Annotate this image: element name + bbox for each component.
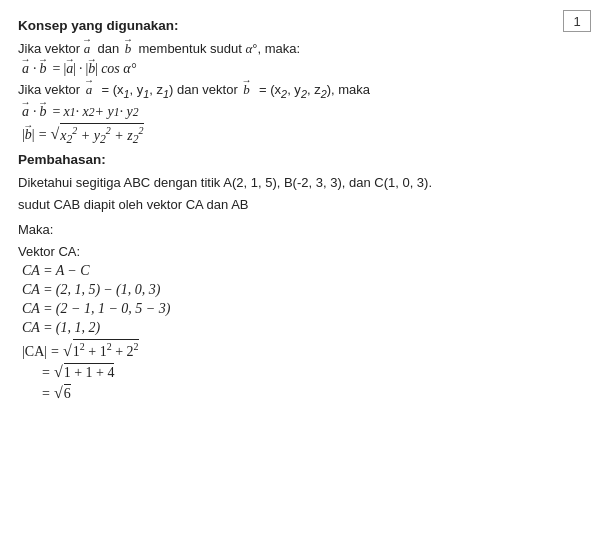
discussion-line2: sudut CAB diapit oleh vektor CA dan AB (18, 195, 577, 216)
page-container: 1 Konsep yang digunakan: Jika vektor a→ … (0, 0, 601, 534)
magnitude-formula: | b→ | = √x22 + y22 + z22 (22, 123, 577, 146)
concept-title: Konsep yang digunakan: (18, 18, 577, 33)
ca-eq2: CA = (2, 1, 5) − (1, 0, 3) (22, 282, 577, 298)
vector-ca-label: Vektor CA: (18, 242, 577, 263)
concept-line2: Jika vektor a→ = (x1, y1, z1) dan vektor… (18, 80, 577, 103)
concept-line1: Jika vektor a→ dan b→ membentuk sudut α°… (18, 39, 577, 60)
abs-ca-eq2: = √1 + 1 + 4 (42, 363, 577, 381)
discussion-title: Pembahasan: (18, 152, 577, 167)
component-dot-formula: a→ · b→ = x1 · x2 + y1 · y2 (22, 104, 577, 120)
abs-ca-eq3: = √6 (42, 384, 577, 402)
ca-eq4: CA = (1, 1, 2) (22, 320, 577, 336)
abs-ca-eq1: |CA| = √12 + 12 + 22 (22, 339, 577, 360)
dot-product-formula: a→ · b→ = |a→| · |b→| cos α° (22, 61, 577, 77)
ca-eq3: CA = (2 − 1, 1 − 0, 5 − 3) (22, 301, 577, 317)
discussion-line1: Diketahui segitiga ABC dengan titik A(2,… (18, 173, 577, 194)
ca-eq1: CA = A − C (22, 263, 577, 279)
page-number: 1 (563, 10, 591, 32)
maka-label: Maka: (18, 220, 577, 241)
